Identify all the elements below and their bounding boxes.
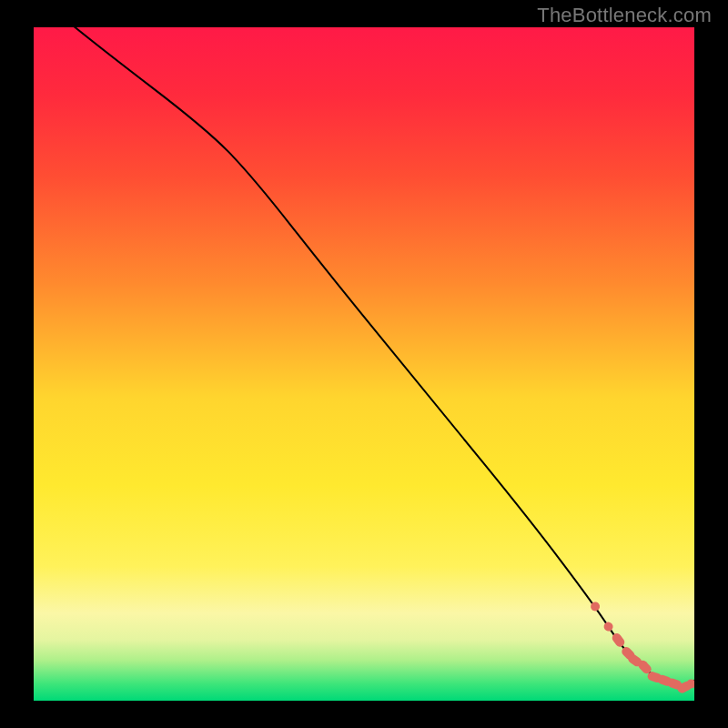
chart-frame: TheBottleneck.com xyxy=(0,0,728,728)
watermark-text: TheBottleneck.com xyxy=(537,4,712,27)
chart-svg xyxy=(34,27,694,701)
bottleneck-chart xyxy=(34,27,694,701)
gradient-background xyxy=(34,27,694,701)
